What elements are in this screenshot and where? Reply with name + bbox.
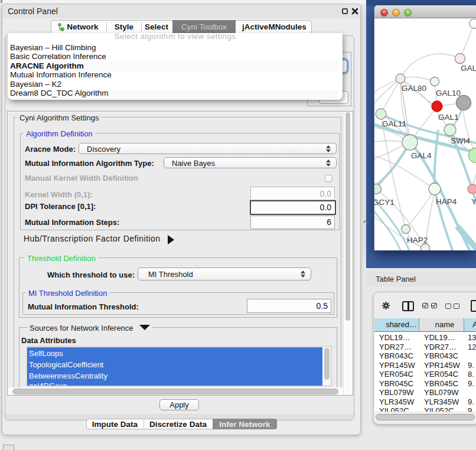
svg-text:GAL1: GAL1 xyxy=(438,113,459,122)
svg-text:HAP4: HAP4 xyxy=(436,197,457,206)
svg-text:GAL4: GAL4 xyxy=(411,151,432,160)
svg-text:GAL: GAL xyxy=(461,64,476,73)
svg-text:SWI4: SWI4 xyxy=(451,136,470,145)
svg-text:GAL11: GAL11 xyxy=(382,119,406,128)
svg-text:Y: Y xyxy=(471,197,476,206)
svg-text:GAL10: GAL10 xyxy=(436,89,461,97)
svg-text:GCY1: GCY1 xyxy=(374,198,395,207)
svg-text:GAL80: GAL80 xyxy=(402,84,426,93)
svg-text:HAP2: HAP2 xyxy=(407,236,428,244)
